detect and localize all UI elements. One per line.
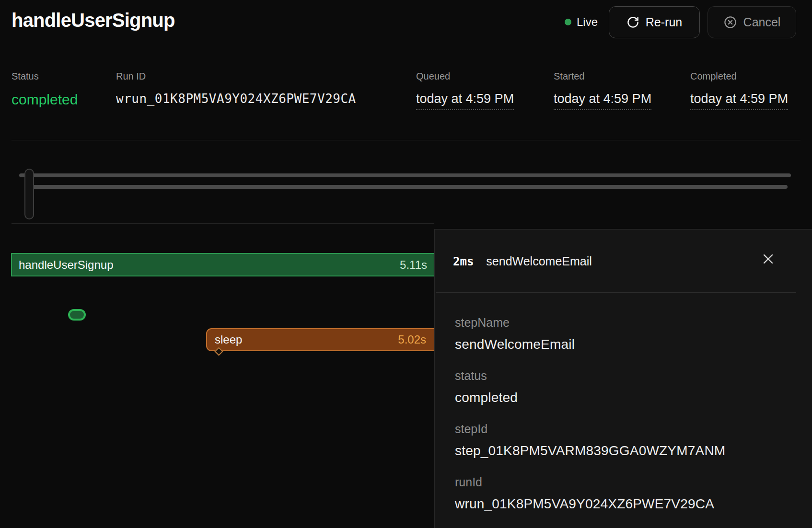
live-indicator: Live xyxy=(565,15,598,29)
field-value: sendWelcomeEmail xyxy=(455,337,793,352)
span-bar-sleep[interactable]: sleep 5.02s xyxy=(206,328,435,351)
close-button[interactable] xyxy=(760,251,776,267)
section-divider xyxy=(12,140,800,140)
completed-timestamp: today at 4:59 PM xyxy=(690,92,788,110)
started-timestamp: today at 4:59 PM xyxy=(554,92,651,110)
cancel-button-label: Cancel xyxy=(743,15,781,29)
minimap-span-root xyxy=(19,173,791,177)
live-label: Live xyxy=(577,15,598,29)
field-label: status xyxy=(455,369,793,383)
meta-run-id: Run ID wrun_01K8PM5VA9Y024XZ6PWE7V29CA xyxy=(116,71,356,106)
step-duration-badge: 2ms xyxy=(453,255,474,268)
rerun-button-label: Re-run xyxy=(646,15,682,29)
field-status: status completed xyxy=(455,369,793,405)
workflow-run-page: handleUserSignup Live Re-run Cancel Stat… xyxy=(0,0,812,528)
refresh-icon xyxy=(626,16,639,29)
field-label: runId xyxy=(455,475,793,489)
span-bar-handleUserSignup[interactable]: handleUserSignup 5.11s xyxy=(11,253,435,276)
field-value: wrun_01K8PM5VA9Y024XZ6PWE7V29CA xyxy=(455,496,793,512)
step-fields: stepName sendWelcomeEmail status complet… xyxy=(455,316,793,528)
circle-x-icon xyxy=(723,15,737,29)
step-detail-panel: 2ms sendWelcomeEmail stepName sendWelcom… xyxy=(434,229,812,528)
meta-status-label: Status xyxy=(12,71,78,82)
meta-status: Status completed xyxy=(12,71,78,108)
run-status-badge: completed xyxy=(12,92,78,108)
close-icon xyxy=(761,252,775,266)
meta-queued: Queued today at 4:59 PM xyxy=(416,71,514,110)
field-value: completed xyxy=(455,390,793,405)
field-label: stepName xyxy=(455,316,793,330)
live-dot-icon xyxy=(565,19,571,25)
minimap-viewport-handle[interactable] xyxy=(24,169,34,219)
queued-timestamp: today at 4:59 PM xyxy=(416,92,514,110)
minimap-span-sleep xyxy=(28,185,788,189)
span-duration: 5.11s xyxy=(400,258,427,272)
page-title: handleUserSignup xyxy=(12,10,175,31)
run-id-value: wrun_01K8PM5VA9Y024XZ6PWE7V29CA xyxy=(116,92,356,106)
step-title: sendWelcomeEmail xyxy=(486,254,592,268)
span-name: sleep xyxy=(215,333,242,346)
meta-completed-label: Completed xyxy=(690,71,788,82)
panel-header-divider xyxy=(436,292,796,293)
trace-divider xyxy=(12,223,434,224)
cancel-button[interactable]: Cancel xyxy=(708,6,796,38)
meta-completed: Completed today at 4:59 PM xyxy=(690,71,788,110)
span-name: handleUserSignup xyxy=(19,258,113,272)
field-label: stepId xyxy=(455,422,793,436)
field-stepName: stepName sendWelcomeEmail xyxy=(455,316,793,352)
meta-started-label: Started xyxy=(554,71,651,82)
meta-run-id-label: Run ID xyxy=(116,71,356,82)
rerun-button[interactable]: Re-run xyxy=(609,6,700,38)
span-duration: 5.02s xyxy=(398,333,426,346)
meta-started: Started today at 4:59 PM xyxy=(554,71,651,110)
field-value: step_01K8PM5VARM839GGA0WZYM7ANM xyxy=(455,443,793,459)
panel-header: 2ms sendWelcomeEmail xyxy=(453,254,592,268)
meta-queued-label: Queued xyxy=(416,71,514,82)
field-stepId: stepId step_01K8PM5VARM839GGA0WZYM7ANM xyxy=(455,422,793,459)
span-bar-sendWelcomeEmail[interactable] xyxy=(68,309,86,321)
field-runId: runId wrun_01K8PM5VA9Y024XZ6PWE7V29CA xyxy=(455,475,793,512)
